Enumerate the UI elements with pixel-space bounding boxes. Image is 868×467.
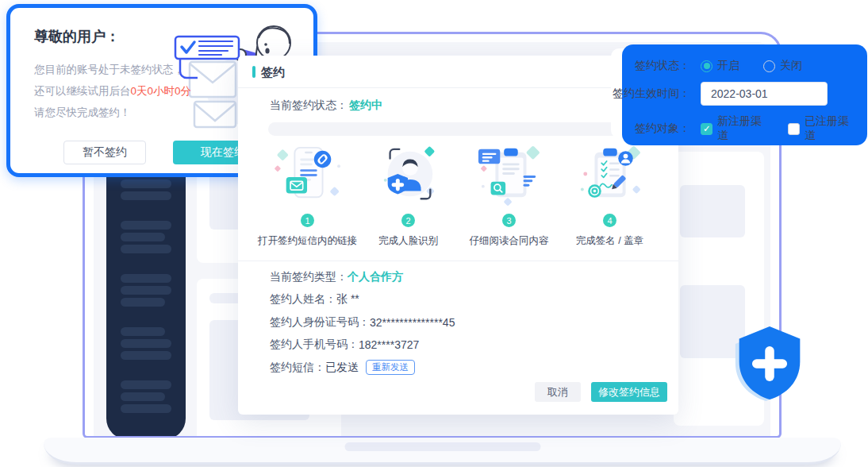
modal-footer: 取消 修改签约信息 xyxy=(535,382,667,402)
notice-line1: 您目前的账号处于未签约状态， xyxy=(34,64,184,75)
cancel-button[interactable]: 取消 xyxy=(535,382,581,402)
step-number: 3 xyxy=(502,214,516,227)
resend-sms-button[interactable]: 重新发送 xyxy=(366,360,415,375)
target-new-channel-label[interactable]: 新注册渠道 xyxy=(717,114,772,143)
sign-details: 当前签约类型： 个人合作方 签约人姓名： 张 ** 签约人身份证号码： 32**… xyxy=(270,270,455,374)
notice-line3: 请您尽快完成签约！ xyxy=(34,106,131,118)
sign-type-value: 个人合作方 xyxy=(348,270,403,284)
detail-signer-name: 签约人姓名： 张 ** xyxy=(270,293,455,307)
step-label: 完成人脸识别 xyxy=(378,234,438,248)
current-sign-status-label: 当前签约状态： xyxy=(270,98,348,111)
phone-number-value: 182****3727 xyxy=(359,338,419,351)
notice-line2-prefix: 还可以继续试用后台 xyxy=(34,85,131,97)
sign-settings-panel: 签约状态： 开启 关闭 签约生效时间： 签约对象： 新注册渠道 已注册渠道 xyxy=(611,48,859,138)
status-on-radio[interactable] xyxy=(701,60,712,72)
modify-sign-info-button[interactable]: 修改签约信息 xyxy=(591,382,667,402)
laptop-base xyxy=(44,438,841,465)
sign-modal-title: 签约 xyxy=(261,65,285,80)
phone-sms-link-icon xyxy=(268,143,348,208)
modal-divider xyxy=(238,261,678,261)
sign-status-label: 签约状态： xyxy=(611,59,690,73)
step-sign-seal: 4 完成签名 / 盖章 xyxy=(559,143,660,248)
read-contract-icon xyxy=(470,143,549,208)
effective-date-input[interactable] xyxy=(701,82,828,106)
laptop-base-notch xyxy=(344,442,540,451)
step-label: 仔细阅读合同内容 xyxy=(470,234,549,248)
step-label: 完成签名 / 盖章 xyxy=(576,234,643,248)
current-sign-status-value: 签约中 xyxy=(349,98,382,111)
detail-phone-number: 签约人手机号码： 182****3727 xyxy=(270,338,455,352)
trial-countdown: 0天0小时0分 xyxy=(131,85,192,97)
effective-time-label: 签约生效时间： xyxy=(611,87,690,101)
sign-later-button[interactable]: 暂不签约 xyxy=(63,141,146,164)
sms-status-value: 已发送 xyxy=(325,361,359,375)
status-off-radio[interactable] xyxy=(763,60,775,72)
sidebar-menu-bars xyxy=(121,168,171,416)
page: 尊敬的用户： 您目前的账号处于未签约状态， 还可以继续试用后台0天0小时0分 请… xyxy=(0,0,868,467)
step-read-contract: 3 仔细阅读合同内容 xyxy=(459,143,559,248)
sign-status-row: 签约状态： 开启 关闭 xyxy=(611,59,859,73)
target-registered-channel-checkbox[interactable] xyxy=(788,123,800,135)
id-number-value: 32**************45 xyxy=(370,316,455,329)
sign-target-row: 签约对象： 新注册渠道 已注册渠道 xyxy=(611,114,859,143)
status-off-label[interactable]: 关闭 xyxy=(780,59,802,73)
target-registered-channel-label[interactable]: 已注册渠道 xyxy=(805,114,859,143)
target-new-channel-checkbox[interactable] xyxy=(701,123,712,135)
signer-name-value: 张 ** xyxy=(336,292,359,307)
face-recognition-icon xyxy=(369,143,448,208)
shield-plus-icon xyxy=(733,322,806,405)
title-accent-bar xyxy=(252,66,255,78)
step-open-sms-link: 1 打开签约短信内的链接 xyxy=(257,143,358,248)
step-number: 1 xyxy=(301,214,314,227)
detail-sign-type: 当前签约类型： 个人合作方 xyxy=(270,270,455,284)
current-sign-status: 当前签约状态：签约中 xyxy=(270,98,382,113)
sign-target-label: 签约对象： xyxy=(611,122,690,136)
detail-id-number: 签约人身份证号码： 32**************45 xyxy=(270,315,455,329)
detail-sms-status: 签约短信： 已发送 重新发送 xyxy=(270,361,455,374)
status-on-label[interactable]: 开启 xyxy=(717,59,739,73)
step-label: 打开签约短信内的链接 xyxy=(258,234,357,248)
sign-steps: 1 打开签约短信内的链接 2 xyxy=(257,143,660,248)
steps-progress-track xyxy=(268,122,664,136)
signature-seal-icon xyxy=(570,143,650,208)
effective-time-row: 签约生效时间： xyxy=(611,82,859,106)
step-number: 2 xyxy=(401,214,415,227)
step-face-recognition: 2 完成人脸识别 xyxy=(358,143,459,248)
notice-title: 尊敬的用户： xyxy=(34,27,120,46)
step-number: 4 xyxy=(603,214,616,227)
notice-body: 您目前的账号处于未签约状态， 还可以继续试用后台0天0小时0分 请您尽快完成签约… xyxy=(34,59,197,123)
